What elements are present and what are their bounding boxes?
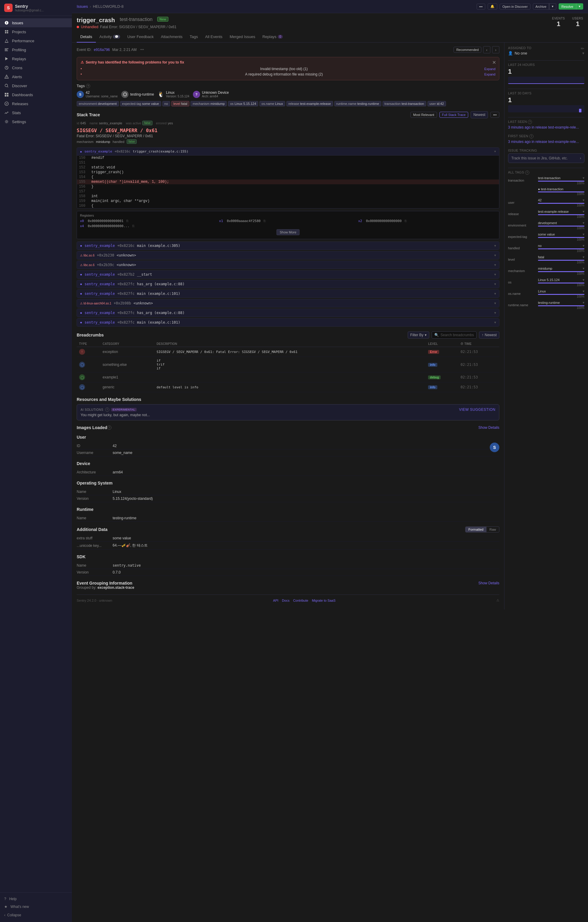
sidebar-item-stats[interactable]: Stats — [0, 108, 72, 117]
stack-frame-header-8[interactable]: ● sentry_example +0x827fc main (example.… — [77, 319, 499, 326]
images-info-icon[interactable]: ? — [107, 425, 111, 430]
tab-details[interactable]: Details — [77, 31, 96, 43]
copy-reg-x0[interactable]: ⎘ — [126, 219, 129, 223]
format-raw-button[interactable]: Raw — [487, 527, 499, 532]
archive-button[interactable]: Archive — [533, 3, 549, 10]
show-more-registers-button[interactable]: Show More — [276, 229, 300, 235]
env-tag-release[interactable]: release test-example-release — [286, 101, 333, 106]
sidebar-item-dashboards[interactable]: Dashboards — [0, 90, 72, 99]
tab-replays[interactable]: Replays 0 — [259, 31, 287, 43]
stack-options-button[interactable]: ••• — [490, 112, 499, 118]
tags-info-icon[interactable]: ? — [86, 84, 90, 88]
tag-expand-mechanism[interactable]: ▾ — [583, 266, 585, 271]
tab-all-events[interactable]: All Events — [202, 31, 226, 43]
event-id[interactable]: e916a796 — [94, 47, 109, 52]
help-link[interactable]: ? Help — [0, 895, 72, 903]
newest-sort-button[interactable]: ↑ Newest — [479, 332, 499, 338]
whats-new-link[interactable]: ★ What's new — [0, 903, 72, 911]
footer-migrate-link[interactable]: Migrate to SaaS — [312, 599, 335, 602]
stack-frame-header-1[interactable]: ⚠ libc.so.6 +0x2b230 <unknown> ▾ — [77, 252, 499, 259]
env-tag-level[interactable]: level fatal — [172, 101, 189, 106]
sidebar-item-projects[interactable]: Projects — [0, 27, 72, 36]
resolve-button[interactable]: Resolve — [559, 3, 576, 10]
footer-api-link[interactable]: API — [273, 599, 279, 602]
sidebar-item-profiling[interactable]: Profiling — [0, 45, 72, 54]
issue-tracking-button[interactable]: Track this issue in Jira, GitHub, etc. › — [508, 154, 585, 163]
copy-reg-x4[interactable]: ⎘ — [132, 224, 134, 228]
env-tag-expected-tag[interactable]: expected-tag some value — [120, 101, 161, 106]
stack-frame-header-0[interactable]: ● sentry_example +0x8216c main (example.… — [77, 242, 499, 250]
env-tag-user[interactable]: user id:42 — [428, 101, 446, 106]
show-details-button[interactable]: Show Details — [479, 425, 499, 430]
breadcrumb-issues-link[interactable]: Issues — [77, 4, 88, 9]
prev-event-button[interactable]: ‹ — [483, 46, 490, 53]
sidebar-item-settings[interactable]: Settings — [0, 117, 72, 126]
tag-expand-os[interactable]: ▾ — [583, 278, 585, 282]
stack-frame-header-4[interactable]: ● sentry_example +0x827fc has_arg (examp… — [77, 280, 499, 288]
next-event-button[interactable]: › — [492, 46, 499, 53]
archive-dropdown-button[interactable]: ▾ — [549, 3, 556, 10]
copy-reg-x1[interactable]: ⎘ — [264, 219, 266, 223]
tag-expand-release[interactable]: ▾ — [583, 209, 585, 214]
first-seen-info-icon[interactable]: ? — [529, 134, 534, 139]
tag-expand-user[interactable]: ▾ — [583, 198, 585, 202]
sidebar-item-alerts[interactable]: Alerts — [0, 72, 72, 81]
env-tag-mechanism[interactable]: mechanism minidump — [191, 101, 227, 106]
tab-attachments[interactable]: Attachments — [157, 31, 186, 43]
grouping-show-details[interactable]: Show Details — [479, 581, 499, 585]
tab-user-feedback[interactable]: User Feedback — [124, 31, 157, 43]
sidebar-item-replays[interactable]: Replays — [0, 54, 72, 63]
sidebar-item-discover[interactable]: Discover — [0, 81, 72, 90]
env-tag-no[interactable]: no — [162, 101, 170, 106]
tab-merged-issues[interactable]: Merged Issues — [226, 31, 259, 43]
tab-activity[interactable]: Activity 💬 — [96, 31, 124, 43]
resolve-dropdown-button[interactable]: ▾ — [576, 3, 583, 10]
alert-close-button[interactable]: ✕ — [492, 60, 496, 65]
first-seen-value[interactable]: 3 minutes ago in release test-example-re… — [508, 140, 585, 144]
tag-expand-level[interactable]: ▾ — [583, 255, 585, 259]
sidebar-item-releases[interactable]: Releases — [0, 99, 72, 108]
tag-expand-runtimename[interactable]: ▾ — [583, 301, 585, 305]
env-tag-os[interactable]: os Linux 5.15.124 — [228, 101, 258, 106]
newest-button[interactable]: Newest — [470, 111, 488, 118]
sidebar-item-issues[interactable]: Issues — [0, 18, 72, 27]
env-tag-environment[interactable]: environment development — [77, 101, 119, 106]
tag-expand-transaction[interactable]: ▾ — [583, 176, 585, 180]
full-stack-trace-button[interactable]: Full Stack Trace — [439, 112, 469, 118]
assigned-to-edit-button[interactable]: ✏ — [581, 46, 585, 51]
env-tag-transaction[interactable]: transaction test-transaction — [382, 101, 426, 106]
sidebar-item-performance[interactable]: Performance — [0, 36, 72, 45]
sidebar-item-crons[interactable]: Crons — [0, 63, 72, 72]
last-seen-value[interactable]: 3 minutes ago in release test-example-re… — [508, 125, 585, 129]
env-tag-osname[interactable]: os.name Linux — [260, 101, 285, 106]
env-tag-runtimename[interactable]: runtime.name testing-runtime — [334, 101, 381, 106]
all-tags-info-icon[interactable]: ? — [525, 170, 529, 175]
stack-frame-header-7[interactable]: ● sentry_example +0x827fc has_arg (examp… — [77, 309, 499, 317]
breadcrumbs-search[interactable]: 🔍 Search breadcrumbs — [432, 332, 477, 338]
collapse-button[interactable]: ‹ Collapse — [0, 911, 72, 920]
tab-tags[interactable]: Tags — [186, 31, 201, 43]
tag-expand-osname[interactable]: ▾ — [583, 289, 585, 293]
ai-info-icon[interactable]: ? — [105, 407, 109, 412]
footer-docs-link[interactable]: Docs — [282, 599, 289, 602]
expand-link-2[interactable]: Expand — [484, 72, 495, 76]
view-suggestion-button[interactable]: View Suggestion — [459, 407, 495, 412]
footer-contribute-link[interactable]: Contribute — [293, 599, 308, 602]
stack-frame-header-6[interactable]: ⚠ ld-linux-aarch64.so.1 +0x2b98b <unknow… — [77, 299, 499, 307]
tag-expand-environment[interactable]: ▾ — [583, 221, 585, 225]
stack-frame-header-2[interactable]: ⚠ libc.so.6 +0x2b39c <unknown> ▾ — [77, 261, 499, 269]
expand-link-1[interactable]: Expand — [484, 67, 495, 71]
tag-expand-expected[interactable]: ▾ — [583, 232, 585, 236]
stack-frame-header-3[interactable]: ● sentry_example +0x827b2 __start ▾ — [77, 271, 499, 278]
tag-expand-handled[interactable]: ▾ — [583, 244, 585, 248]
more-options-button[interactable]: ••• — [477, 3, 485, 10]
format-formatted-button[interactable]: Formatted — [466, 527, 487, 532]
recommended-button[interactable]: Recommended — [454, 47, 481, 53]
last-seen-info-icon[interactable]: ? — [528, 120, 532, 124]
copy-reg-x2[interactable]: ⎘ — [405, 219, 407, 223]
most-relevant-button[interactable]: Most Relevant — [410, 112, 437, 118]
notification-button[interactable]: 🔔 — [488, 3, 497, 10]
filter-by-button[interactable]: Filter By ▾ — [408, 332, 429, 338]
stack-frame-header-5[interactable]: ● sentry_example +0x827fc main (example.… — [77, 290, 499, 298]
open-discover-button[interactable]: Open in Discover — [500, 3, 530, 10]
